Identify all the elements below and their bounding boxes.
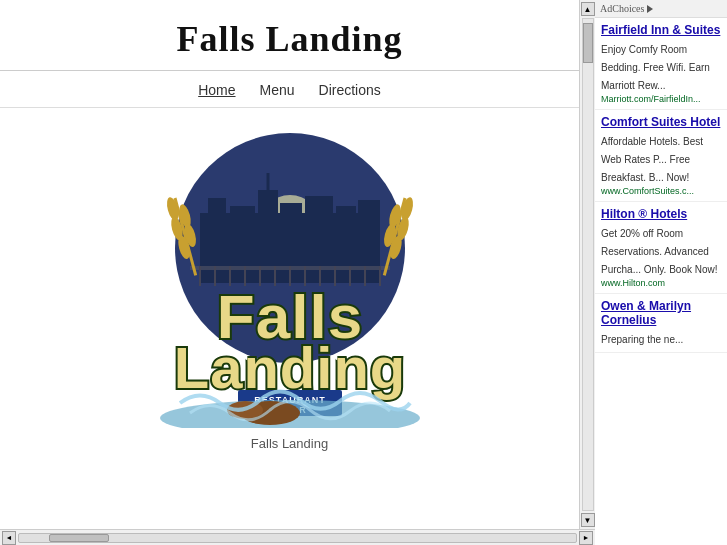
h-scrollbar[interactable]: ◄ ►	[0, 529, 595, 545]
nav-home[interactable]: Home	[198, 82, 235, 98]
ad-desc-4: Preparing the ne...	[601, 334, 683, 345]
ad-url-2: www.ComfortSuites.c...	[601, 186, 721, 196]
logo-svg: Falls Landing Falls Landing RESTAURANT &…	[100, 118, 480, 428]
logo-area: Falls Landing Falls Landing RESTAURANT &…	[0, 108, 579, 451]
ad-choices-bar: AdChoices	[595, 0, 727, 18]
ad-desc-1: Enjoy Comfy Room Bedding. Free Wifi. Ear…	[601, 44, 710, 91]
logo-container: Falls Landing Falls Landing RESTAURANT &…	[100, 118, 480, 428]
v-scroll-thumb[interactable]	[583, 23, 593, 63]
ad-title-4[interactable]: Owen & Marilyn Cornelius	[601, 299, 721, 327]
v-scroll-track[interactable]	[582, 18, 594, 511]
scroll-up-btn[interactable]: ▲	[581, 2, 595, 16]
ad-choices-icon	[647, 5, 653, 13]
ad-item-2: Comfort Suites Hotel Affordable Hotels. …	[595, 110, 727, 202]
ad-title-2[interactable]: Comfort Suites Hotel	[601, 115, 721, 129]
ad-url-3: www.Hilton.com	[601, 278, 721, 288]
ad-url-1: Marriott.com/FairfieldIn...	[601, 94, 721, 104]
svg-rect-8	[336, 206, 356, 283]
ad-item-1: Fairfield Inn & Suites Enjoy Comfy Room …	[595, 18, 727, 110]
ads-sidebar: AdChoices Fairfield Inn & Suites Enjoy C…	[595, 0, 727, 545]
site-title: Falls Landing	[0, 18, 579, 60]
site-nav: Home Menu Directions	[0, 71, 579, 108]
h-scrollbar-track[interactable]	[18, 533, 577, 543]
ad-item-3: Hilton ® Hotels Get 20% off Room Reserva…	[595, 202, 727, 294]
footer-text: Falls Landing	[251, 436, 328, 451]
h-scrollbar-thumb[interactable]	[49, 534, 109, 542]
scroll-left-btn[interactable]: ◄	[2, 531, 16, 545]
nav-menu[interactable]: Menu	[260, 82, 295, 98]
ad-title-1[interactable]: Fairfield Inn & Suites	[601, 23, 721, 37]
ad-title-3[interactable]: Hilton ® Hotels	[601, 207, 721, 221]
ad-choices-label: AdChoices	[600, 3, 644, 14]
scroll-right-btn[interactable]: ►	[579, 531, 593, 545]
ad-item-4: Owen & Marilyn Cornelius Preparing the n…	[595, 294, 727, 353]
ad-desc-2: Affordable Hotels. Best Web Rates P... F…	[601, 136, 703, 183]
scroll-down-btn[interactable]: ▼	[581, 513, 595, 527]
svg-rect-3	[208, 198, 226, 283]
main-content-area: Falls Landing Home Menu Directions	[0, 0, 579, 529]
svg-rect-9	[358, 200, 380, 283]
v-scrollbar[interactable]: ▲ ▼	[579, 0, 595, 529]
nav-directions[interactable]: Directions	[319, 82, 381, 98]
ad-desc-3: Get 20% off Room Reservations. Advanced …	[601, 228, 718, 275]
site-header: Falls Landing	[0, 0, 579, 71]
svg-rect-4	[230, 206, 255, 283]
